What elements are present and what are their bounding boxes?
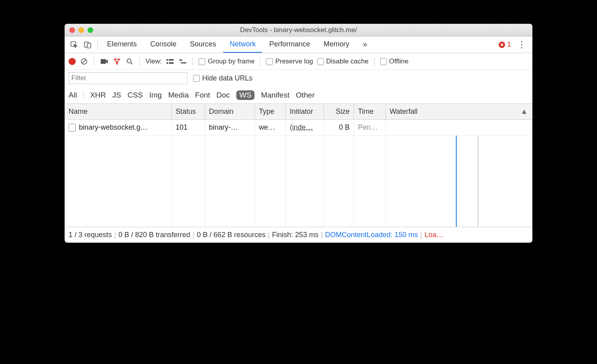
- svg-rect-9: [166, 62, 168, 64]
- status-transferred: 0 B / 820 B transferred: [119, 231, 190, 239]
- col-header-domain[interactable]: Domain: [205, 104, 255, 119]
- type-img[interactable]: Img: [149, 91, 162, 100]
- cell-initiator[interactable]: (inde…: [290, 123, 313, 132]
- svg-rect-8: [169, 59, 174, 61]
- cell-size: 0 B: [324, 120, 354, 135]
- tabs-overflow[interactable]: »: [356, 36, 373, 53]
- type-media[interactable]: Media: [168, 91, 189, 100]
- svg-rect-10: [169, 62, 174, 64]
- cell-waterfall: [386, 120, 532, 135]
- svg-rect-12: [181, 62, 186, 63]
- large-rows-icon[interactable]: [166, 57, 174, 66]
- filter-icon[interactable]: [113, 57, 121, 66]
- type-doc[interactable]: Doc: [216, 91, 230, 100]
- minimize-window-button[interactable]: [78, 27, 84, 33]
- type-css[interactable]: CSS: [127, 91, 143, 100]
- tab-elements[interactable]: Elements: [101, 36, 143, 53]
- disable-cache-checkbox[interactable]: Disable cache: [317, 57, 369, 65]
- window-title: DevTools - binary-websocket.glitch.me/: [69, 26, 528, 34]
- record-button[interactable]: [69, 58, 76, 65]
- error-badge[interactable]: 1: [498, 40, 511, 49]
- kebab-menu-icon[interactable]: ⋮: [514, 40, 529, 50]
- group-by-frame-checkbox[interactable]: Group by frame: [199, 57, 254, 65]
- type-ws[interactable]: WS: [236, 90, 255, 100]
- col-header-time[interactable]: Time: [354, 104, 386, 119]
- cell-domain: binary-…: [205, 120, 255, 135]
- offline-checkbox[interactable]: Offline: [380, 57, 409, 65]
- view-label: View:: [145, 57, 162, 65]
- zoom-window-button[interactable]: [88, 27, 93, 33]
- svg-point-6: [127, 59, 131, 63]
- tab-console[interactable]: Console: [144, 36, 183, 53]
- status-dcl: DOMContentLoaded: 150 ms: [325, 231, 418, 239]
- devtools-window: DevTools - binary-websocket.glitch.me/ E…: [65, 24, 532, 243]
- separator: [260, 57, 260, 66]
- cell-status: 101: [172, 120, 205, 135]
- tab-performance[interactable]: Performance: [263, 36, 316, 53]
- svg-rect-2: [87, 43, 91, 48]
- sort-asc-icon: ▲: [520, 107, 528, 116]
- grid-body: binary-websocket.g… 101 binary-… we… (in…: [65, 120, 532, 227]
- status-bar: 1 / 3 requests| 0 B / 820 B transferred|…: [65, 227, 532, 243]
- preserve-log-checkbox[interactable]: Preserve log: [266, 57, 313, 65]
- separator: [94, 57, 94, 66]
- waterfall-dcl-marker: [456, 136, 457, 227]
- col-header-type[interactable]: Type: [255, 104, 286, 119]
- type-font[interactable]: Font: [195, 91, 210, 100]
- grid-header: Name Status Domain Type Initiator Size T…: [65, 104, 532, 120]
- tab-memory[interactable]: Memory: [317, 36, 356, 53]
- type-other[interactable]: Other: [296, 91, 315, 100]
- file-icon: [69, 124, 76, 132]
- titlebar: DevTools - binary-websocket.glitch.me/: [65, 24, 532, 36]
- search-icon[interactable]: [125, 57, 134, 66]
- status-load: Loa…: [425, 231, 444, 239]
- table-row[interactable]: binary-websocket.g… 101 binary-… we… (in…: [65, 120, 532, 136]
- svg-rect-11: [179, 59, 182, 61]
- cell-type: we…: [255, 120, 286, 135]
- type-xhr[interactable]: XHR: [90, 91, 106, 100]
- tab-sources[interactable]: Sources: [184, 36, 222, 53]
- inspect-element-icon[interactable]: [68, 38, 80, 51]
- svg-rect-7: [166, 59, 168, 61]
- tab-network[interactable]: Network: [223, 36, 262, 53]
- cell-time: Pen…: [354, 120, 386, 135]
- type-js[interactable]: JS: [112, 91, 121, 100]
- filter-input[interactable]: [69, 72, 188, 84]
- col-header-name[interactable]: Name: [65, 104, 172, 119]
- col-header-size[interactable]: Size: [324, 104, 354, 119]
- device-toolbar-icon[interactable]: [81, 38, 94, 51]
- col-header-waterfall[interactable]: Waterfall ▲: [386, 104, 532, 119]
- close-window-button[interactable]: [69, 27, 75, 33]
- type-manifest[interactable]: Manifest: [261, 91, 289, 100]
- clear-icon[interactable]: [80, 57, 88, 66]
- separator: [140, 57, 140, 66]
- cell-name: binary-websocket.g…: [79, 123, 147, 132]
- network-toolbar: View: Group by frame Preserve log Disabl…: [65, 53, 532, 70]
- separator: [83, 91, 84, 100]
- status-requests: 1 / 3 requests: [69, 231, 112, 239]
- hide-data-urls-checkbox[interactable]: Hide data URLs: [193, 74, 253, 82]
- col-header-initiator[interactable]: Initiator: [286, 104, 324, 119]
- status-finish: Finish: 253 ms: [272, 231, 318, 239]
- svg-rect-5: [101, 59, 106, 64]
- error-count: 1: [507, 40, 511, 49]
- separator: [97, 40, 98, 50]
- filter-bar: Hide data URLs: [65, 70, 532, 86]
- separator: [193, 57, 193, 66]
- type-all[interactable]: All: [69, 91, 77, 100]
- separator: [374, 57, 375, 66]
- window-controls: [69, 27, 93, 33]
- overview-icon[interactable]: [178, 57, 187, 66]
- camera-icon[interactable]: [100, 57, 109, 66]
- panel-tabs: Elements Console Sources Network Perform…: [65, 36, 532, 53]
- status-resources: 0 B / 662 B resources: [197, 231, 266, 239]
- col-header-status[interactable]: Status: [172, 104, 205, 119]
- resource-type-filter: All XHR JS CSS Img Media Font Doc WS Man…: [65, 86, 532, 104]
- waterfall-load-marker: [478, 136, 478, 227]
